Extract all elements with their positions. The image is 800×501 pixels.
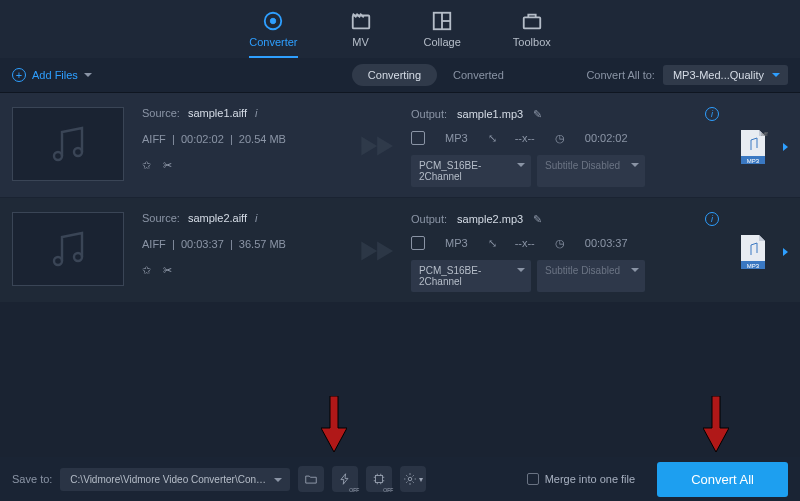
source-meta: AIFF | 00:02:02 | 20.54 MB <box>142 133 337 145</box>
flash-off-button[interactable]: OFF <box>332 466 358 492</box>
star-icon[interactable]: ✩ <box>142 264 151 277</box>
edit-icon[interactable]: ✎ <box>533 213 542 226</box>
source-name: sample1.aiff <box>188 107 247 119</box>
convert-all-button[interactable]: Convert All <box>657 462 788 497</box>
clock-icon: ◷ <box>555 237 565 250</box>
out-resolution: --x-- <box>515 237 535 249</box>
output-info: Output: sample2.mp3 ✎ i MP3 ⤡ --x-- ◷ 00… <box>411 212 719 292</box>
save-path-select[interactable]: C:\Vidmore\Vidmore Video Converter\Conve… <box>60 468 290 491</box>
resize-icon: ⤡ <box>488 132 495 145</box>
source-info: Source: sample1.aiff i AIFF | 00:02:02 |… <box>142 107 337 187</box>
codec-select[interactable]: PCM_S16BE-2Channel <box>411 155 531 187</box>
folder-icon <box>304 472 318 486</box>
info-icon[interactable]: i <box>705 107 719 121</box>
tab-label: MV <box>352 36 369 48</box>
info-icon[interactable]: i <box>255 107 257 119</box>
output-prefix: Output: <box>411 213 447 225</box>
gpu-off-button[interactable]: OFF <box>366 466 392 492</box>
bottom-bar: Save to: C:\Vidmore\Vidmore Video Conver… <box>0 457 800 501</box>
format-chevron-icon[interactable] <box>783 143 788 151</box>
info-icon[interactable]: i <box>255 212 257 224</box>
save-path-value: C:\Vidmore\Vidmore Video Converter\Conve… <box>70 474 283 485</box>
codec-select[interactable]: PCM_S16BE-2Channel <box>411 260 531 292</box>
tab-label: Toolbox <box>513 36 551 48</box>
tab-label: Collage <box>424 36 461 48</box>
tab-label: Converter <box>249 36 297 48</box>
source-tools: ✩ ✂ <box>142 159 337 172</box>
tab-mv[interactable]: MV <box>350 10 372 58</box>
tab-toolbox[interactable]: Toolbox <box>513 10 551 58</box>
music-note-icon <box>44 120 92 168</box>
svg-point-17 <box>409 477 413 481</box>
out-format: MP3 <box>445 132 468 144</box>
chevron-down-icon <box>274 478 282 482</box>
output-file-icon[interactable]: MP3aiff <box>737 128 769 166</box>
music-note-icon <box>44 225 92 273</box>
arrow-icon <box>355 232 393 272</box>
subtitle-select[interactable]: Subtitle Disabled <box>537 155 645 187</box>
file-right: MP3aiff <box>737 107 788 187</box>
svg-point-13 <box>74 253 82 261</box>
subtitle-select[interactable]: Subtitle Disabled <box>537 260 645 292</box>
source-tools: ✩ ✂ <box>142 264 337 277</box>
output-name: sample1.mp3 <box>457 108 523 120</box>
output-prefix: Output: <box>411 108 447 120</box>
format-box-icon <box>411 131 425 145</box>
merge-checkbox[interactable]: Merge into one file <box>527 473 636 485</box>
format-chevron-icon[interactable] <box>783 248 788 256</box>
source-name: sample2.aiff <box>188 212 247 224</box>
svg-text:MP3: MP3 <box>747 158 760 164</box>
gear-icon <box>403 472 417 486</box>
tab-converter[interactable]: Converter <box>249 10 297 58</box>
source-prefix: Source: <box>142 212 180 224</box>
format-select-value: MP3-Med...Quality <box>673 69 764 81</box>
output-file-icon[interactable]: MP3 <box>737 233 769 271</box>
open-folder-button[interactable] <box>298 466 324 492</box>
svg-point-8 <box>74 148 82 156</box>
sub-tab-converting[interactable]: Converting <box>352 64 437 86</box>
convert-all-to: Convert All to: MP3-Med...Quality <box>586 65 788 85</box>
source-info: Source: sample2.aiff i AIFF | 00:03:37 |… <box>142 212 337 292</box>
sub-bar: + Add Files Converting Converted Convert… <box>0 58 800 93</box>
out-duration: 00:03:37 <box>585 237 628 249</box>
settings-button[interactable]: ▾ <box>400 466 426 492</box>
cut-icon[interactable]: ✂ <box>163 264 172 277</box>
flash-icon <box>338 472 352 486</box>
out-resolution: --x-- <box>515 132 535 144</box>
convert-all-format-select[interactable]: MP3-Med...Quality <box>663 65 788 85</box>
source-meta: AIFF | 00:03:37 | 36.57 MB <box>142 238 337 250</box>
sub-tabs: Converting Converted <box>352 64 520 86</box>
thumbnail[interactable] <box>12 107 124 181</box>
save-to-label: Save to: <box>12 473 52 485</box>
mv-icon <box>350 10 372 32</box>
clock-icon: ◷ <box>555 132 565 145</box>
chip-icon <box>372 472 386 486</box>
out-duration: 00:02:02 <box>585 132 628 144</box>
chevron-down-icon: ▾ <box>419 475 423 484</box>
out-format: MP3 <box>445 237 468 249</box>
off-label: OFF <box>349 487 359 493</box>
output-name: sample2.mp3 <box>457 213 523 225</box>
add-files-button[interactable]: + Add Files <box>12 68 92 82</box>
chevron-down-icon <box>84 73 92 77</box>
file-row: Source: sample1.aiff i AIFF | 00:02:02 |… <box>0 93 800 198</box>
format-box-icon <box>411 236 425 250</box>
sub-tab-converted[interactable]: Converted <box>437 64 520 86</box>
annotation-arrow <box>703 396 729 452</box>
tab-collage[interactable]: Collage <box>424 10 461 58</box>
arrow-icon <box>355 127 393 167</box>
chevron-down-icon <box>517 268 525 272</box>
file-row: Source: sample2.aiff i AIFF | 00:03:37 |… <box>0 198 800 303</box>
svg-text:aiff: aiff <box>761 131 768 137</box>
svg-text:MP3: MP3 <box>747 263 760 269</box>
file-right: MP3 <box>737 212 788 292</box>
edit-icon[interactable]: ✎ <box>533 108 542 121</box>
star-icon[interactable]: ✩ <box>142 159 151 172</box>
cut-icon[interactable]: ✂ <box>163 159 172 172</box>
convert-all-to-label: Convert All to: <box>586 69 654 81</box>
file-list: Source: sample1.aiff i AIFF | 00:02:02 |… <box>0 93 800 303</box>
info-icon[interactable]: i <box>705 212 719 226</box>
thumbnail[interactable] <box>12 212 124 286</box>
chevron-down-icon <box>772 73 780 77</box>
merge-label: Merge into one file <box>545 473 636 485</box>
